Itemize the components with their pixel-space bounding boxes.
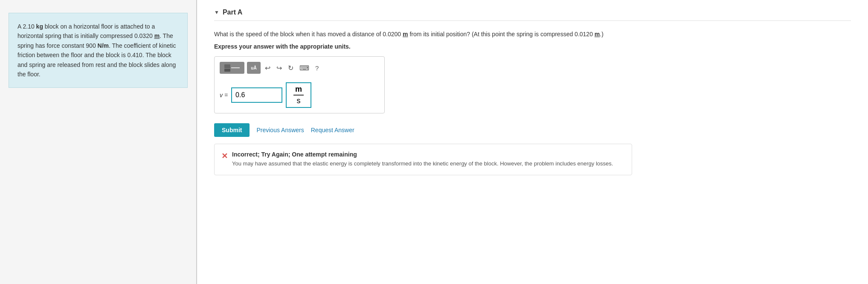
svg-rect-1 xyxy=(224,69,230,72)
question-text: What is the speed of the block when it h… xyxy=(214,29,851,39)
feedback-box: ✕ Incorrect; Try Again; One attempt rema… xyxy=(214,144,632,175)
part-header: ▼ Part A xyxy=(214,9,851,21)
left-panel: A 2.10 kg block on a horizontal floor is… xyxy=(0,0,196,284)
incorrect-icon: ✕ xyxy=(221,151,228,161)
refresh-btn[interactable]: ↻ xyxy=(286,63,295,73)
unit-numerator: m xyxy=(293,85,304,96)
svg-rect-0 xyxy=(224,64,230,68)
variable-label: v = xyxy=(220,92,228,99)
express-instruction: Express your answer with the appropriate… xyxy=(214,43,851,50)
feedback-content: Incorrect; Try Again; One attempt remain… xyxy=(232,151,613,168)
action-row: Submit Previous Answers Request Answer xyxy=(214,123,851,137)
unit-denominator: s xyxy=(297,96,301,105)
answer-input[interactable] xyxy=(231,87,282,103)
feedback-title: Incorrect; Try Again; One attempt remain… xyxy=(232,151,613,158)
part-title: Part A xyxy=(223,9,243,16)
input-row: v = m s xyxy=(220,82,379,108)
help-btn[interactable]: ? xyxy=(314,64,320,72)
feedback-header: ✕ Incorrect; Try Again; One attempt rema… xyxy=(221,151,625,168)
math-toolbar: uÅ ↩ ↪ ↻ ⌨ ? xyxy=(220,62,379,77)
keyboard-btn[interactable]: ⌨ xyxy=(298,63,311,73)
answer-input-box: uÅ ↩ ↪ ↻ ⌨ ? v = m s xyxy=(214,56,385,113)
template-btn[interactable] xyxy=(220,62,244,74)
submit-button[interactable]: Submit xyxy=(214,123,250,137)
right-panel: ▼ Part A What is the speed of the block … xyxy=(197,0,868,284)
request-answer-button[interactable]: Request Answer xyxy=(311,127,354,133)
redo-btn[interactable]: ↪ xyxy=(275,63,284,73)
previous-answers-button[interactable]: Previous Answers xyxy=(256,127,304,133)
problem-text: A 2.10 kg block on a horizontal floor is… xyxy=(17,23,176,78)
unit-fraction: m s xyxy=(286,82,311,108)
units-btn[interactable]: uÅ xyxy=(247,62,261,74)
undo-btn[interactable]: ↩ xyxy=(263,63,272,73)
feedback-body: You may have assumed that the elastic en… xyxy=(232,159,613,168)
collapse-chevron[interactable]: ▼ xyxy=(214,9,219,15)
problem-box: A 2.10 kg block on a horizontal floor is… xyxy=(9,13,188,88)
